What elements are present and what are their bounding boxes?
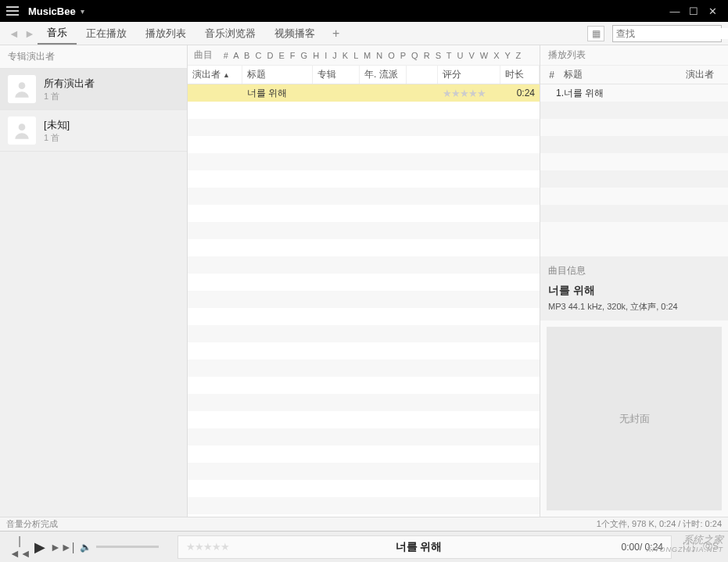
artist-item-unknown[interactable]: [未知] 1 首 xyxy=(0,110,187,152)
now-playing-time: 0:00/ 0:24 xyxy=(593,542,663,553)
playlist-column-headers: # 标题 演出者 xyxy=(540,66,728,84)
artist-count: 1 首 xyxy=(44,91,95,102)
col-header-num[interactable]: # xyxy=(540,70,559,81)
minimize-button[interactable]: — xyxy=(665,5,684,17)
track-row[interactable]: 너를 위해 ★★★★★ 0:24 xyxy=(188,84,540,102)
nav-tab-music[interactable]: 音乐 xyxy=(38,22,77,45)
center-header: 曲目 # A B C D E F G H I J K L M N O P Q R… xyxy=(188,45,540,66)
track-info-meta: MP3 44.1 kHz, 320k, 立体声, 0:24 xyxy=(548,301,720,313)
search-box[interactable]: 🔍 xyxy=(612,25,722,42)
volume-slider[interactable] xyxy=(96,546,159,548)
track-column-headers: 演出者▲ 标题 专辑 年. 流派 评分 时长 xyxy=(188,66,540,84)
track-info-title: 너를 위해 xyxy=(548,284,720,298)
prev-track-button[interactable]: |◄◄ xyxy=(9,535,30,560)
main-content: 专辑演出者 所有演出者 1 首 [未知] 1 首 曲目 # A B C D E … xyxy=(0,45,728,517)
album-cover-placeholder: 无封面 xyxy=(547,327,722,510)
track-info-label: 曲目信息 xyxy=(548,264,720,277)
artist-name: [未知] xyxy=(44,118,70,132)
maximize-button[interactable]: ☐ xyxy=(684,5,703,17)
left-panel-header: 专辑演出者 xyxy=(0,45,187,69)
nav-tab-browser[interactable]: 音乐浏览器 xyxy=(195,22,265,45)
status-right: 1个文件, 978 K, 0:24 / 计时: 0:24 xyxy=(597,518,722,530)
svg-point-1 xyxy=(19,123,26,131)
col-header-title[interactable]: 标题 xyxy=(242,66,313,84)
track-list: 너를 위해 ★★★★★ 0:24 xyxy=(188,84,540,517)
search-input[interactable] xyxy=(616,28,728,39)
right-panel: 播放列表 # 标题 演出者 1. 너를 위해 曲目信息 너를 위해 MP3 44… xyxy=(540,45,728,517)
nav-tab-playlist[interactable]: 播放列表 xyxy=(136,22,195,45)
nav-forward-icon[interactable]: ► xyxy=(22,27,38,40)
track-duration: 0:24 xyxy=(500,88,540,98)
avatar-placeholder-icon xyxy=(8,75,36,103)
col-header-duration[interactable]: 时长 xyxy=(500,66,540,84)
play-button[interactable]: ▶ xyxy=(30,539,50,556)
track-info-panel: 曲目信息 너를 위해 MP3 44.1 kHz, 320k, 立体声, 0:24 xyxy=(540,256,728,320)
left-panel: 专辑演出者 所有演出者 1 首 [未知] 1 首 xyxy=(0,45,188,517)
col-header-title[interactable]: 标题 xyxy=(559,68,681,81)
pl-num: 1. xyxy=(545,88,564,98)
col-header-rating[interactable]: 评分 xyxy=(438,66,500,84)
close-button[interactable]: ✕ xyxy=(703,5,722,17)
col-header-year-genre[interactable]: 年. 流派 xyxy=(360,66,407,84)
now-playing-bar: ★★★★★ 너를 위해 0:00/ 0:24 xyxy=(178,535,672,559)
now-playing-title: 너를 위해 xyxy=(245,540,593,554)
col-header-artist[interactable]: 演出者▲ xyxy=(188,66,242,84)
lastfm-icon[interactable]: ⓞS xyxy=(703,540,719,553)
playlist-row[interactable]: 1. 너를 위해 xyxy=(540,84,728,102)
nav-tab-nowplaying[interactable]: 正在播放 xyxy=(77,22,136,45)
avatar-placeholder-icon xyxy=(8,116,36,145)
layout-toggle-button[interactable]: ▦ xyxy=(587,26,604,41)
alphabet-nav[interactable]: # A B C D E F G H I J K L M N O P Q R S … xyxy=(213,51,533,60)
status-left: 音量分析完成 xyxy=(6,518,58,530)
nav-tab-podcast[interactable]: 视频播客 xyxy=(265,22,325,45)
tracks-label: 曲目 xyxy=(194,48,213,62)
hamburger-menu-icon[interactable] xyxy=(6,6,19,16)
app-title: MusicBee xyxy=(28,5,76,17)
volume-control[interactable]: 🔈 xyxy=(80,542,159,553)
app-menu-dropdown-icon[interactable]: ▾ xyxy=(81,7,84,16)
add-tab-button[interactable]: + xyxy=(325,27,347,41)
now-playing-rating[interactable]: ★★★★★ xyxy=(186,541,229,553)
artist-count: 1 首 xyxy=(44,132,70,144)
col-header-artist[interactable]: 演出者 xyxy=(681,68,728,81)
pl-title: 너를 위해 xyxy=(564,87,676,100)
artist-item-all[interactable]: 所有演出者 1 首 xyxy=(0,69,187,110)
next-track-button[interactable]: ►►| xyxy=(50,541,70,553)
nav-back-icon[interactable]: ◄ xyxy=(6,27,22,40)
track-rating[interactable]: ★★★★★ xyxy=(438,88,500,99)
player-extra-controls: ┆┆┆ ⓞS xyxy=(681,540,719,553)
equalizer-icon[interactable]: ┆┆┆ xyxy=(681,542,695,553)
statusbar: 音量分析完成 1个文件, 978 K, 0:24 / 计时: 0:24 xyxy=(0,517,728,531)
volume-icon[interactable]: 🔈 xyxy=(80,542,91,553)
right-panel-header: 播放列表 xyxy=(540,45,728,66)
navbar: ◄ ► 音乐 正在播放 播放列表 音乐浏览器 视频播客 + ▦ 🔍 xyxy=(0,22,728,45)
track-title: 너를 위해 xyxy=(242,87,313,100)
center-panel: 曲目 # A B C D E F G H I J K L M N O P Q R… xyxy=(188,45,540,517)
sort-asc-icon: ▲ xyxy=(223,71,230,79)
playerbar: |◄◄ ▶ ►►| 🔈 ★★★★★ 너를 위해 0:00/ 0:24 ┆┆┆ ⓞ… xyxy=(0,531,728,562)
artist-name: 所有演出者 xyxy=(44,77,95,91)
svg-point-0 xyxy=(19,82,26,89)
playlist-rows: 1. 너를 위해 xyxy=(540,84,728,256)
no-cover-label: 无封面 xyxy=(619,412,650,426)
col-header-album[interactable]: 专辑 xyxy=(313,66,360,84)
titlebar: MusicBee ▾ — ☐ ✕ xyxy=(0,0,728,22)
